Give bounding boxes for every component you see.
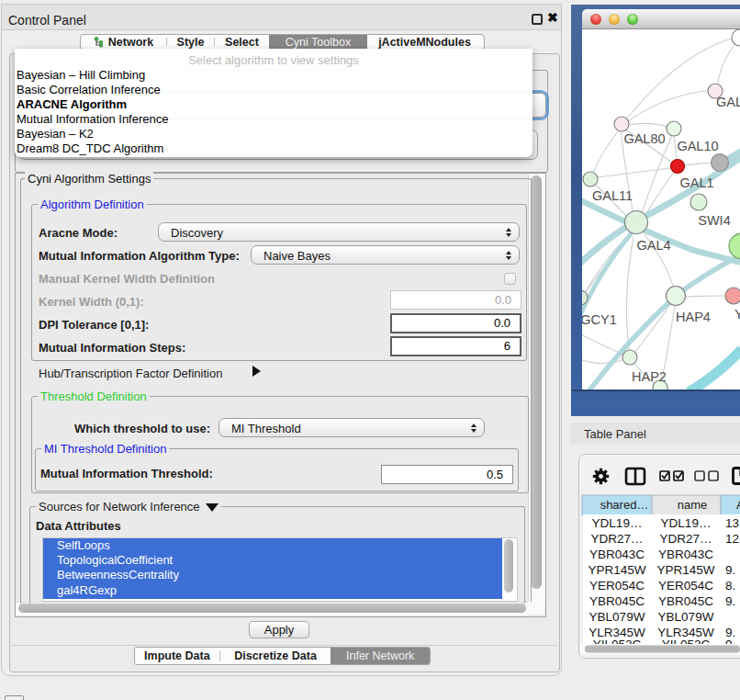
svg-text:HAP4: HAP4: [676, 310, 711, 324]
svg-text:YBL079W: YBL079W: [589, 610, 645, 624]
svg-text:GAL4: GAL4: [636, 238, 670, 253]
svg-text:HAP2: HAP2: [632, 369, 667, 384]
svg-text:GAL: GAL: [716, 95, 740, 109]
svg-text:GCY1: GCY1: [582, 312, 617, 327]
svg-text:9.: 9.: [725, 563, 735, 577]
svg-text:Y: Y: [734, 307, 740, 322]
svg-text:YBR045C: YBR045C: [589, 594, 645, 608]
svg-text:YPR145W: YPR145W: [588, 563, 645, 577]
svg-text:YER054C: YER054C: [658, 579, 713, 593]
svg-text:12: 12: [725, 532, 739, 546]
svg-text:SWI4: SWI4: [698, 213, 730, 228]
svg-text:GAL80: GAL80: [623, 131, 665, 146]
svg-text:8.: 8.: [725, 579, 735, 593]
svg-text:YDR27…: YDR27…: [659, 532, 712, 546]
svg-text:YBR043C: YBR043C: [658, 548, 713, 561]
svg-text:YPR145W: YPR145W: [656, 563, 714, 577]
svg-text:GAL10: GAL10: [677, 139, 718, 153]
svg-text:YER054C: YER054C: [589, 579, 645, 593]
svg-text:name: name: [678, 498, 708, 512]
svg-text:9.: 9.: [725, 594, 735, 608]
svg-text:shared…: shared…: [600, 498, 649, 512]
svg-text:YDR27…: YDR27…: [590, 532, 643, 546]
svg-text:13: 13: [725, 516, 739, 530]
svg-text:A: A: [736, 498, 740, 512]
svg-text:YDL19…: YDL19…: [661, 516, 712, 530]
svg-text:YBR045C: YBR045C: [658, 594, 713, 608]
svg-text:GAL1: GAL1: [679, 175, 713, 190]
svg-text:YBR043C: YBR043C: [589, 548, 645, 561]
svg-text:YBL079W: YBL079W: [658, 610, 714, 624]
svg-text:GAL11: GAL11: [592, 188, 633, 203]
svg-text:YDL19…: YDL19…: [592, 516, 643, 530]
